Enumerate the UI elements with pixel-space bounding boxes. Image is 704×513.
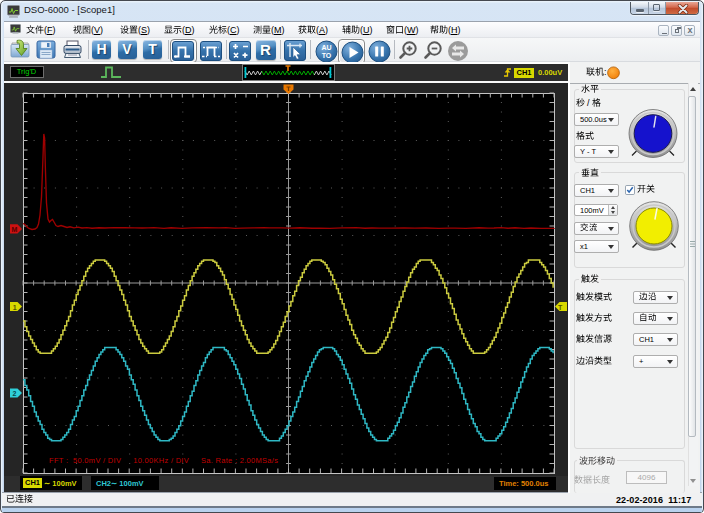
svg-text:AU: AU — [321, 44, 331, 51]
svg-text:1: 1 — [13, 304, 17, 311]
svg-text:2: 2 — [13, 390, 17, 397]
svg-text:T: T — [558, 304, 563, 311]
svg-text:TO: TO — [321, 52, 331, 59]
svg-text:M: M — [12, 226, 18, 233]
svg-text:FFT : 50.0mV / DIV 10.00K: FFT : 50.0mV / DIV 10.00KHz / DIV Sa. Ra… — [49, 456, 278, 465]
